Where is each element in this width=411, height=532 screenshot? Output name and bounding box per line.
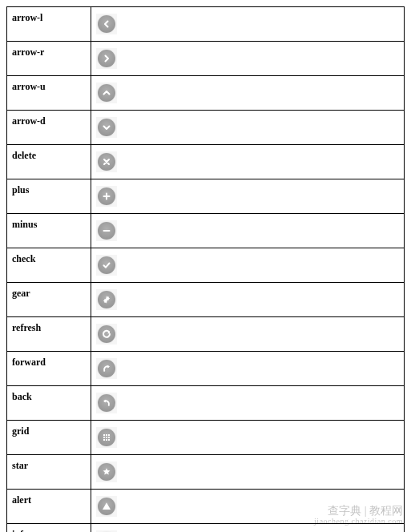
grid-icon[interactable] (98, 429, 115, 446)
icon-name-label: arrow-r (7, 42, 91, 76)
icon-name-label: alert (7, 490, 91, 524)
icon-name-label: grid (7, 421, 91, 455)
table-row: grid (7, 421, 405, 455)
svg-rect-2 (106, 434, 107, 436)
table-row: check (7, 248, 405, 283)
svg-rect-6 (108, 437, 110, 438)
icon-name-label: star (7, 455, 91, 490)
table-row: arrow-r (7, 42, 405, 76)
icon-preview-cell (91, 248, 405, 283)
alert-icon[interactable] (98, 498, 115, 515)
icon-preview-cell (91, 111, 405, 145)
arrow-left-icon[interactable] (98, 15, 115, 33)
icon-name-label: arrow-l (7, 7, 91, 42)
icon-name-label: refresh (7, 317, 91, 352)
icon-preview-cell (91, 317, 405, 352)
icon-preview-cell (91, 283, 405, 317)
table-row: plus (7, 179, 405, 214)
icon-name-label: gear (7, 283, 91, 317)
icon-preview-cell (91, 76, 405, 111)
star-icon[interactable] (98, 463, 115, 481)
table-row: gear (7, 283, 405, 317)
icon-preview-cell (91, 42, 405, 76)
forward-icon[interactable] (98, 360, 115, 377)
table-row: minus (7, 214, 405, 248)
icon-name-label: info (7, 524, 91, 533)
arrow-down-icon[interactable] (98, 119, 115, 136)
plus-icon[interactable] (98, 187, 115, 205)
icon-preview-cell (91, 421, 405, 455)
icon-preview-cell (91, 214, 405, 248)
icon-preview-cell (91, 352, 405, 386)
check-icon[interactable] (98, 256, 115, 274)
delete-icon[interactable] (98, 153, 115, 171)
icon-preview-cell (91, 455, 405, 490)
icon-name-label: arrow-u (7, 76, 91, 111)
gear-icon[interactable] (98, 291, 115, 308)
svg-rect-1 (103, 434, 105, 436)
icon-preview-cell (91, 490, 405, 524)
table-row: star (7, 455, 405, 490)
table-row: arrow-u (7, 76, 405, 111)
table-row: delete (7, 145, 405, 179)
svg-rect-7 (103, 439, 105, 441)
icon-name-label: back (7, 386, 91, 421)
table-row: arrow-d (7, 111, 405, 145)
icon-name-label: check (7, 248, 91, 283)
icon-name-label: delete (7, 145, 91, 179)
table-row: forward (7, 352, 405, 386)
icon-preview-cell (91, 524, 405, 533)
svg-point-0 (106, 299, 108, 301)
icon-preview-cell (91, 179, 405, 214)
icon-preview-cell (91, 7, 405, 42)
svg-rect-10 (106, 505, 107, 507)
svg-rect-11 (106, 508, 107, 509)
svg-rect-8 (106, 439, 107, 441)
arrow-up-icon[interactable] (98, 84, 115, 102)
table-row: back (7, 386, 405, 421)
svg-rect-9 (108, 439, 110, 441)
icon-name-label: forward (7, 352, 91, 386)
icon-name-label: minus (7, 214, 91, 248)
svg-rect-4 (103, 437, 105, 438)
table-row: info (7, 524, 405, 533)
minus-icon[interactable] (98, 222, 115, 240)
icon-name-label: arrow-d (7, 111, 91, 145)
svg-rect-5 (106, 437, 107, 438)
back-icon[interactable] (98, 394, 115, 412)
svg-rect-3 (108, 434, 110, 436)
icon-preview-cell (91, 145, 405, 179)
refresh-icon[interactable] (98, 325, 115, 343)
table-row: alert (7, 490, 405, 524)
icon-preview-cell (91, 386, 405, 421)
arrow-right-icon[interactable] (98, 50, 115, 67)
table-row: refresh (7, 317, 405, 352)
icon-reference-table: arrow-larrow-rarrow-uarrow-ddeleteplusmi… (6, 6, 405, 532)
table-row: arrow-l (7, 7, 405, 42)
icon-name-label: plus (7, 179, 91, 214)
